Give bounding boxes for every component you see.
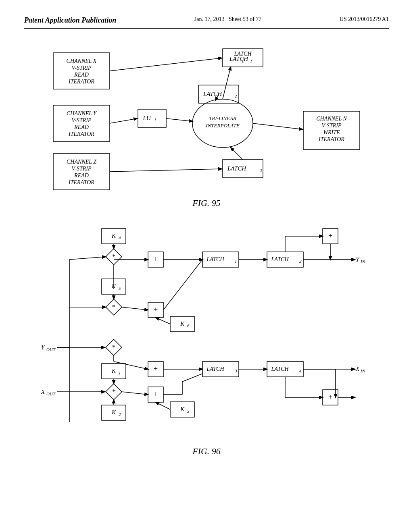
svg-text:+: + [154, 305, 158, 314]
svg-text:IN: IN [360, 368, 365, 373]
svg-text:Y: Y [41, 344, 45, 351]
publication-title: Patent Application Publication [24, 16, 116, 25]
svg-line-111 [122, 307, 148, 310]
svg-line-40 [166, 118, 192, 121]
header-center: Jan. 17, 2013 Sheet 53 of 77 [194, 16, 261, 23]
svg-text:K: K [111, 368, 116, 374]
svg-text:5: 5 [119, 286, 121, 291]
svg-line-44 [231, 148, 243, 160]
svg-text:LU: LU [142, 115, 151, 121]
svg-text:IN: IN [360, 259, 365, 264]
svg-line-37 [110, 58, 222, 71]
svg-text:ITERATOR: ITERATOR [68, 79, 94, 85]
svg-text:3: 3 [234, 368, 237, 373]
fig95-section: CHANNEL X V-STRIP READ ITERATOR CHANNEL … [24, 41, 389, 208]
svg-text:+: + [328, 393, 332, 401]
svg-text:K: K [180, 406, 185, 412]
svg-line-41 [253, 123, 302, 129]
svg-text:K: K [111, 233, 116, 239]
fig96-section: K 4 * K 5 * * K 1 * K 2 [24, 216, 389, 457]
svg-line-124 [182, 374, 202, 382]
svg-text:LATCH: LATCH [203, 91, 222, 97]
patent-number: US 2013/0016279 A1 [340, 16, 389, 23]
svg-rect-26 [138, 109, 166, 127]
svg-line-38 [110, 118, 137, 123]
svg-text:*: * [112, 253, 115, 260]
svg-text:WRITE: WRITE [323, 129, 340, 135]
svg-text:4: 4 [119, 235, 121, 240]
svg-text:OUT: OUT [46, 347, 56, 352]
page: Patent Application Publication Jan. 17, … [0, 0, 413, 532]
svg-text:ITERATOR: ITERATOR [68, 131, 94, 137]
svg-text:+: + [328, 232, 332, 240]
svg-text:2: 2 [235, 94, 237, 98]
svg-text:3: 3 [260, 168, 263, 173]
svg-text:1: 1 [119, 370, 121, 375]
svg-text:V-STRIP: V-STRIP [322, 123, 342, 129]
svg-text:LATCH: LATCH [206, 256, 224, 262]
svg-line-39 [110, 169, 222, 172]
svg-text:X: X [41, 389, 45, 395]
sheet-info: Sheet 53 of 77 [229, 16, 261, 22]
fig95-diagram: CHANNEL X V-STRIP READ ITERATOR CHANNEL … [29, 41, 384, 194]
svg-text:LATCH: LATCH [271, 256, 289, 262]
svg-text:K: K [180, 320, 185, 327]
svg-text:CHANNEL Y: CHANNEL Y [67, 110, 97, 116]
svg-text:ITERATOR: ITERATOR [318, 136, 344, 142]
svg-text:2: 2 [299, 259, 302, 264]
fig95-label: FIG. 95 [192, 198, 221, 208]
svg-text:LATCH: LATCH [227, 165, 246, 172]
svg-line-117 [114, 362, 148, 369]
svg-text:X: X [355, 366, 360, 372]
svg-text:TRI-LINEAR: TRI-LINEAR [209, 115, 236, 121]
svg-text:3: 3 [187, 409, 190, 414]
svg-text:4: 4 [299, 368, 302, 373]
fig96-diagram: K 4 * K 5 * * K 1 * K 2 [29, 216, 384, 442]
svg-text:OUT: OUT [46, 391, 56, 396]
svg-line-118 [122, 392, 148, 395]
svg-text:LATCH: LATCH [229, 56, 248, 62]
svg-text:READ: READ [74, 72, 89, 78]
svg-text:Y: Y [356, 256, 360, 263]
svg-text:*: * [112, 344, 115, 351]
svg-text:+: + [154, 365, 158, 373]
svg-text:1: 1 [154, 117, 156, 122]
svg-line-113 [163, 260, 202, 310]
svg-text:K: K [111, 409, 116, 416]
svg-text:CHANNEL Z: CHANNEL Z [67, 159, 96, 165]
svg-text:1: 1 [235, 259, 237, 264]
page-header: Patent Application Publication Jan. 17, … [24, 16, 389, 29]
svg-text:2: 2 [119, 412, 121, 417]
svg-text:LATCH: LATCH [271, 366, 289, 372]
fig96-label: FIG. 96 [192, 446, 221, 457]
svg-text:6: 6 [187, 323, 190, 328]
svg-text:*: * [112, 303, 115, 310]
svg-line-136 [69, 257, 106, 260]
svg-text:V-STRIP: V-STRIP [72, 166, 92, 172]
svg-text:ITERATOR: ITERATOR [68, 179, 94, 185]
svg-text:1: 1 [250, 58, 252, 63]
svg-line-43 [223, 67, 231, 99]
svg-text:*: * [112, 388, 115, 395]
pub-date: Jan. 17, 2013 [194, 16, 225, 22]
svg-text:+: + [154, 390, 158, 398]
svg-text:INTERPOLATE: INTERPOLATE [205, 123, 239, 129]
svg-text:READ: READ [74, 172, 89, 179]
svg-text:READ: READ [74, 124, 89, 130]
svg-text:V-STRIP: V-STRIP [72, 65, 92, 71]
svg-line-125 [156, 402, 170, 409]
svg-text:LATCH: LATCH [206, 366, 224, 372]
svg-text:CHANNEL X: CHANNEL X [67, 58, 97, 64]
svg-text:V-STRIP: V-STRIP [72, 117, 92, 123]
svg-text:+: + [154, 255, 158, 263]
svg-text:CHANNEL N: CHANNEL N [316, 116, 347, 122]
svg-line-115 [156, 318, 170, 324]
